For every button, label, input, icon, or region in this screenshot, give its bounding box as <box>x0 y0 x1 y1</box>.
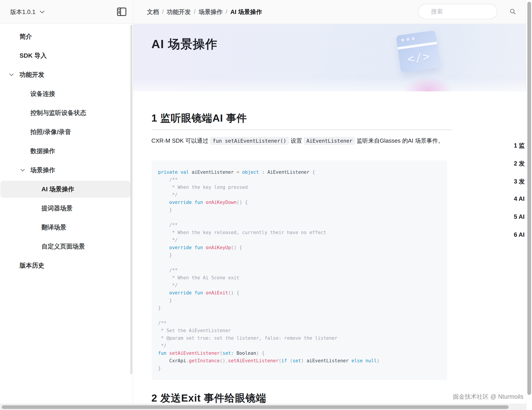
code-token: AiEventListener <box>265 169 312 175</box>
sidebar-item-label: 自定义页面场景 <box>41 242 85 251</box>
breadcrumb-link[interactable]: 文档 <box>147 8 159 16</box>
code-token <box>203 200 206 205</box>
breadcrumb-current: AI 场景操作 <box>230 8 262 16</box>
toc-item[interactable]: 6 AI <box>514 231 525 238</box>
sidebar-item[interactable]: 简介 <box>0 27 133 46</box>
sidebar-item-label: 提词器场景 <box>41 204 73 213</box>
breadcrumb: 文档/功能开发/场景操作/AI 场景操作 <box>147 0 262 24</box>
code-token <box>287 358 290 363</box>
window-dots-icon <box>401 37 415 41</box>
sidebar-scrollbar-thumb[interactable] <box>130 25 132 374</box>
search-icon[interactable] <box>509 8 516 15</box>
sidebar-toggle-icon[interactable] <box>117 8 126 16</box>
section-1-heading: 1 监听眼镜端AI 事件 <box>152 111 247 125</box>
chevron-down-icon <box>9 73 14 76</box>
sidebar-item-label: 数据操作 <box>30 147 55 155</box>
sidebar-item-label: SDK 导入 <box>19 51 47 60</box>
code-token: * Set the AiEventListener <box>158 328 231 333</box>
sidebar-item[interactable]: 版本历史 <box>0 256 133 275</box>
code-line <box>158 259 440 266</box>
sidebar-item[interactable]: 功能开发 <box>0 65 133 84</box>
toc-item[interactable]: 3 发 <box>514 177 525 185</box>
breadcrumb-separator: / <box>226 9 228 15</box>
code-token: */ <box>158 192 178 197</box>
sidebar-item[interactable]: 拍照/录像/录音 <box>0 122 133 142</box>
inline-code: fun setAiEventListener() <box>210 137 289 145</box>
code-token <box>158 200 169 205</box>
inline-code: AiEventListener <box>304 137 355 145</box>
code-token: fun <box>158 351 166 356</box>
sidebar-item[interactable]: 设备连接 <box>0 84 133 103</box>
code-token <box>203 290 206 295</box>
sidebar-item-label: 版本历史 <box>19 261 44 270</box>
search-input[interactable] <box>431 8 509 15</box>
vertical-scrollbar-thumb[interactable] <box>527 2 531 395</box>
search-box[interactable] <box>418 4 497 19</box>
code-token <box>239 169 242 175</box>
code-line: /** <box>158 319 440 327</box>
code-token: } <box>158 207 172 213</box>
toc-item[interactable]: 1 监 <box>514 142 525 149</box>
code-token <box>242 200 245 205</box>
code-token: setAiEventListener <box>228 358 279 363</box>
code-token: set: <box>223 351 234 356</box>
code-token: */ <box>158 237 178 243</box>
code-line: /** <box>158 266 440 274</box>
code-token: . <box>186 358 189 363</box>
page-title: AI 场景操作 <box>152 36 218 52</box>
code-token: object <box>242 169 259 175</box>
code-token <box>259 351 262 356</box>
code-window-icon: </> <box>396 30 440 73</box>
code-token <box>158 245 169 250</box>
breadcrumb-link[interactable]: 场景操作 <box>199 8 223 16</box>
sidebar-item[interactable]: 场景操作 <box>0 161 133 180</box>
code-token <box>192 290 195 295</box>
sidebar-item[interactable]: AI 场景操作 <box>0 180 133 199</box>
code-line: override fun onAiExit() { <box>158 289 440 297</box>
code-token: onAiKeyDown <box>206 200 237 205</box>
code-token: null <box>366 358 377 363</box>
sidebar-item[interactable]: 控制与监听设备状态 <box>0 103 133 122</box>
sidebar-item[interactable]: 提词器场景 <box>0 199 133 218</box>
code-token: /** <box>158 268 178 273</box>
code-line: private val aiEventListener = object : A… <box>158 168 440 176</box>
sidebar-content-divider <box>133 24 133 404</box>
sidebar-item-label: 翻译场景 <box>41 223 66 232</box>
code-line: } <box>158 304 440 312</box>
breadcrumb-separator: / <box>194 9 196 15</box>
version-label: 版本1.0.1 <box>10 8 36 16</box>
code-token: else <box>351 358 363 363</box>
toc-item[interactable]: 4 AI <box>514 195 525 202</box>
chevron-down-icon <box>20 169 25 172</box>
code-token: if <box>281 358 287 363</box>
sidebar-item[interactable]: 数据操作 <box>0 142 133 161</box>
breadcrumb-link[interactable]: 功能开发 <box>167 8 191 16</box>
code-token: override <box>169 200 192 205</box>
code-line <box>158 312 440 319</box>
code-token: { <box>312 169 315 175</box>
code-token <box>234 290 237 295</box>
code-token: * When the key released, currently their… <box>158 230 326 235</box>
code-token <box>192 245 195 250</box>
code-token: */ <box>158 283 178 288</box>
horizontal-scrollbar-thumb[interactable] <box>2 405 509 409</box>
code-token: setAiEventListener <box>169 351 220 356</box>
code-line: } <box>158 251 440 259</box>
vertical-scrollbar-track[interactable] <box>526 0 532 410</box>
sidebar-item[interactable]: SDK 导入 <box>0 46 133 65</box>
sidebar-item[interactable]: 翻译场景 <box>0 218 133 237</box>
code-line: fun setAiEventListener(set: Boolean) { <box>158 350 440 357</box>
sidebar-item[interactable]: 自定义页面场景 <box>0 237 133 256</box>
code-token: fun <box>194 200 203 205</box>
code-token: * @param set true: set the listener, fal… <box>158 335 337 341</box>
horizontal-scrollbar-track[interactable] <box>0 404 526 410</box>
code-token: aiEventListener <box>304 358 352 363</box>
code-token: set <box>293 358 301 363</box>
toc-item[interactable]: 5 AI <box>514 214 525 220</box>
toc-item[interactable]: 2 发 <box>514 159 525 167</box>
code-line: } <box>158 297 440 304</box>
version-selector[interactable]: 版本1.0.1 <box>10 0 45 24</box>
topbar-divider <box>133 0 133 24</box>
sidebar-item-label: 设备连接 <box>30 90 55 98</box>
code-line: * @param set true: set the listener, fal… <box>158 334 440 342</box>
